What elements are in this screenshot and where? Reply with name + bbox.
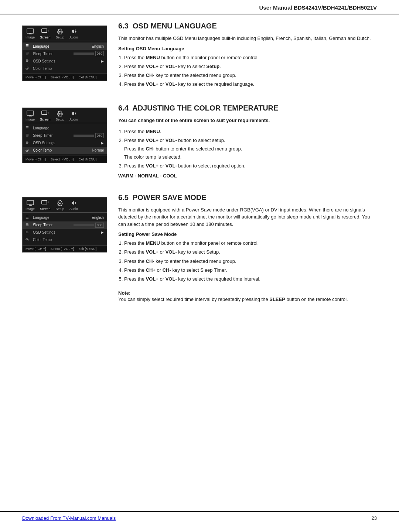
osd-menu-items-3: ☰ Language English ⊟ Sleep Timer 030 ⊕ O…: [23, 213, 107, 245]
osd-footer-2: Move [- CH +] Select [- VOL +] Exit [MEN…: [23, 156, 107, 163]
footer-select-3: Select [- VOL +]: [51, 247, 74, 251]
header-title: User Manual BDS4241V/BDH4241/BDH5021V: [259, 4, 377, 11]
tab-label-screen-3: Screen: [40, 207, 51, 211]
page-header: User Manual BDS4241V/BDH4241/BDH5021V: [0, 0, 399, 14]
step-6-5-3: Press the CH- key to enter the selected …: [124, 257, 377, 265]
step-6-5-2: Press the VOL+ or VOL- key to select Set…: [124, 248, 377, 256]
footer-move-1: Move [- CH +]: [25, 75, 46, 79]
screen-icon-2: [41, 110, 49, 117]
osd-item-language-2: ☰ Language: [23, 125, 107, 132]
section-heading-6-5: 6.5 POWER SAVE MODE: [118, 193, 377, 202]
sleep-bar-1: [74, 52, 94, 55]
tab-label-audio-2: Audio: [69, 118, 78, 121]
svg-rect-0: [27, 29, 34, 33]
osd-item-language-1: ☰ Language English: [23, 43, 107, 50]
osd-tab-screen-2: Screen: [40, 110, 51, 121]
setup-icon-3: [56, 200, 64, 206]
audio-icon-3: [70, 200, 78, 206]
svg-rect-4: [42, 29, 47, 33]
osd-menu-items-2: ☰ Language ⊟ Sleep Timer 030 ⊕ OSD Setti…: [23, 123, 107, 156]
osd-box-3: Image Screen Setup: [22, 197, 107, 253]
osd-item-sleep-2: ⊟ Sleep Timer 030: [23, 132, 107, 139]
warm-note: WARM - NORMAL - COOL: [118, 173, 377, 179]
osd-item-color-1: ◎ Color Temp: [23, 65, 107, 72]
footer-move-3: Move [- CH +]: [25, 247, 46, 251]
osd-tab-screen-1: Screen: [40, 28, 51, 39]
color-icon-2: ◎: [25, 148, 31, 153]
osd-tab-image-1: Image: [25, 28, 35, 39]
step-6-3-3: Press the CH- key to enter the selected …: [124, 71, 377, 79]
image-icon: [26, 28, 34, 35]
osd-image-6-4: Image Screen Setup: [22, 104, 107, 179]
osd-arrow-3: ▶: [101, 230, 104, 234]
section-6-3: Image Screen Setup: [22, 22, 377, 89]
svg-point-17: [59, 203, 61, 204]
bold-intro-6-4: You can change tint of the entire screen…: [118, 117, 377, 124]
osd-tab-image-3: Image: [25, 200, 35, 211]
sleep-counter-2: 030: [95, 133, 104, 138]
step-6-4-2: Press the VOL+ or VOL- button to select …: [124, 136, 377, 161]
sleep-counter-3: 030: [95, 223, 104, 228]
footer-exit-1: Exit [MENU]: [78, 75, 96, 79]
footer-page-number: 23: [372, 515, 377, 521]
osd-box-2: Image Screen Setup: [22, 108, 107, 163]
osd-arrow-1: ▶: [101, 59, 104, 63]
subsection-title-6-3: Setting OSD Menu Language: [118, 46, 377, 51]
step-6-5-5: Press the VOL+ or VOL- key to select the…: [124, 275, 377, 283]
tab-label-audio-3: Audio: [69, 207, 78, 211]
steps-list-6-4: Press the MENU. Press the VOL+ or VOL- b…: [124, 128, 377, 170]
footer-link[interactable]: Downloaded From TV-Manual.com Manuals: [22, 515, 116, 521]
language-icon-1: ☰: [25, 44, 31, 49]
note-block: Note: You can simply select required tim…: [118, 290, 377, 303]
steps-list-6-5: Press the MENU button on the monitor pan…: [124, 239, 377, 283]
section-6-4: Image Screen Setup: [22, 104, 377, 179]
tab-label-screen-2: Screen: [40, 118, 51, 121]
step-6-3-1: Press the MENU button on the monitor pan…: [124, 54, 377, 62]
step-6-5-1: Press the MENU button on the monitor pan…: [124, 239, 377, 247]
page-content: Image Screen Setup: [0, 14, 399, 340]
osd-tab-audio-1: Audio: [69, 28, 78, 39]
screen-icon-3: [41, 200, 49, 206]
footer-move-2: Move [- CH +]: [25, 157, 46, 161]
language-icon-3: ☰: [25, 215, 31, 220]
tab-label-setup-3: Setup: [56, 207, 65, 211]
tab-label-setup-1: Setup: [56, 35, 65, 39]
screen-icon: [41, 28, 49, 35]
footer-select-1: Select [- VOL +]: [51, 75, 74, 79]
image-icon-2: [26, 110, 34, 117]
step-6-4-1: Press the MENU.: [124, 128, 377, 136]
section-heading-6-4: 6.4 ADJUSTING THE COLOR TEMPERATURE: [118, 104, 377, 112]
osd-item-language-3: ☰ Language English: [23, 214, 107, 221]
note-text: You can simply select required time inte…: [118, 297, 348, 302]
footer-select-2: Select [- VOL +]: [51, 157, 74, 161]
tab-label-audio-1: Audio: [69, 35, 78, 39]
sleep-counter-1: 030: [95, 51, 104, 56]
osd-tab-setup-1: Setup: [56, 28, 65, 39]
svg-point-5: [59, 31, 61, 33]
osd-tab-setup-3: Setup: [56, 200, 65, 211]
section-right-6-4: 6.4 ADJUSTING THE COLOR TEMPERATURE You …: [118, 104, 377, 179]
tab-label-image-1: Image: [25, 35, 35, 39]
osd-item-osd-1: ⊕ OSD Settings ▶: [23, 57, 107, 65]
osd-footer-3: Move [- CH +] Select [- VOL +] Exit [MEN…: [23, 245, 107, 252]
note-label: Note:: [118, 290, 130, 296]
tab-label-setup-2: Setup: [56, 118, 65, 121]
osd-arrow-2: ▶: [101, 141, 104, 145]
svg-rect-12: [27, 200, 34, 205]
osd-tab-audio-3: Audio: [69, 200, 78, 211]
osd-item-osd-2: ⊕ OSD Settings ▶: [23, 139, 107, 147]
setup-icon-2: [56, 110, 64, 117]
audio-icon: [70, 28, 78, 35]
osd-item-color-3: ◎ Color Temp: [23, 236, 107, 244]
tab-label-image-2: Image: [25, 118, 35, 121]
osd-tab-screen-3: Screen: [40, 200, 51, 211]
sleep-bar-2: [74, 135, 94, 137]
section-6-5: Image Screen Setup: [22, 193, 377, 303]
svg-rect-16: [42, 200, 47, 204]
page-footer: Downloaded From TV-Manual.com Manuals 23: [0, 511, 399, 521]
osd-footer-1: Move [- CH +] Select [- VOL +] Exit [MEN…: [23, 74, 107, 81]
section-heading-6-3: 6.3 OSD MENU LANGUAGE: [118, 22, 377, 30]
svg-rect-10: [42, 111, 47, 115]
osd-tab-audio-2: Audio: [69, 110, 78, 121]
osd-item-sleep-3: ⊟ Sleep Timer 030: [23, 221, 107, 229]
